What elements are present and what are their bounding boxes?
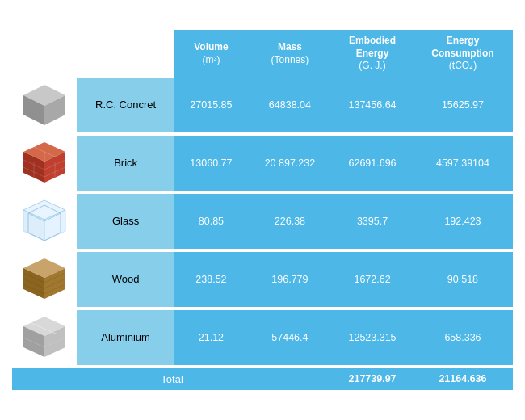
aluminium-name-cell: Aluminium [77,310,174,365]
wood-name-cell: Wood [77,252,174,307]
concrete-mass-cell: 64838.04 [248,78,332,132]
main-table-container: Volume(m³) Mass(Tonnes) EmbodiedEnergy(G… [12,30,513,390]
total-row: Total 217739.97 21164.636 [12,368,513,390]
brick-energy-cell: 4597.39104 [413,136,513,191]
col-volume-header: Volume(m³) [174,30,248,78]
wood-volume-cell: 238.52 [174,252,248,307]
table-row-wood: Wood 238.52 196.779 1672.62 90.518 [12,252,513,307]
concrete-energy-cell: 15625.97 [413,78,513,132]
aluminium-volume-cell: 21.12 [174,310,248,365]
brick-name-cell: Brick [77,136,174,191]
concrete-volume-cell: 27015.85 [174,78,248,132]
aluminium-energy-cell: 658.336 [413,310,513,365]
brick-embodied-cell: 62691.696 [332,136,413,191]
table-row-aluminium: Aluminium 21.12 57446.4 12523.315 658.33… [12,310,513,365]
total-embodied: 217739.97 [332,368,413,390]
glass-mass-cell: 226.38 [248,194,332,249]
brick-icon-cell [12,136,77,191]
table-row-glass: Glass 80.85 226.38 3395.7 192.423 [12,194,513,249]
glass-name-cell: Glass [77,194,174,249]
wood-energy-cell: 90.518 [413,252,513,307]
col-energy-header: EnergyConsumption(tCO₂) [413,30,513,78]
total-energy: 21164.636 [413,368,513,390]
col-icon-header [12,30,174,78]
col-embodied-header: EmbodiedEnergy(G. J.) [332,30,413,78]
brick-mass-cell: 20 897.232 [248,136,332,191]
table-row-concrete: R.C. Concret 27015.85 64838.04 137456.64… [12,78,513,132]
glass-energy-cell: 192.423 [413,194,513,249]
wood-embodied-cell: 1672.62 [332,252,413,307]
concrete-name-cell: R.C. Concret [77,78,174,132]
glass-icon-cell [12,194,77,249]
table-row-brick: Brick 13060.77 20 897.232 62691.696 4597… [12,136,513,191]
wood-icon-cell [12,252,77,307]
materials-table: Volume(m³) Mass(Tonnes) EmbodiedEnergy(G… [12,30,513,390]
aluminium-icon-cell [12,310,77,365]
brick-volume-cell: 13060.77 [174,136,248,191]
col-mass-header: Mass(Tonnes) [248,30,332,78]
wood-mass-cell: 196.779 [248,252,332,307]
glass-embodied-cell: 3395.7 [332,194,413,249]
concrete-icon-cell [12,78,77,132]
glass-volume-cell: 80.85 [174,194,248,249]
concrete-embodied-cell: 137456.64 [332,78,413,132]
total-label: Total [12,368,332,390]
aluminium-mass-cell: 57446.4 [248,310,332,365]
aluminium-embodied-cell: 12523.315 [332,310,413,365]
